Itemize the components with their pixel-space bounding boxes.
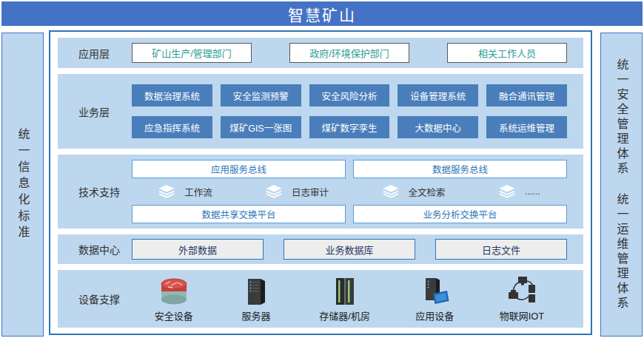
right-sidebar-label-security: 统一安全管理体系 (613, 58, 631, 177)
device-security: 安全设备 (155, 275, 193, 322)
application-box: 矿山生产/管理部门 (132, 43, 252, 63)
data-center-box: 外部数据 (132, 239, 264, 260)
layer-application: 应用层 矿山生产/管理部门 政府/环境保护部门 相关工作人员 (58, 38, 583, 68)
device-label: 安全设备 (155, 308, 193, 322)
device-label: 应用设备 (415, 308, 454, 322)
device-application: 应用设备 (415, 275, 454, 322)
main-panel: 应用层 矿山生产/管理部门 政府/环境保护部门 相关工作人员 业务层 数据治理系… (49, 30, 592, 335)
business-row-1: 数据治理系统 安全监测预警 安全风险分析 设备管理系统 融合通讯管理 (132, 84, 567, 107)
business-button: 数据治理系统 (132, 84, 212, 107)
application-box: 相关工作人员 (447, 43, 567, 63)
business-button: 煤矿数字孪生 (309, 116, 390, 138)
right-sidebar-label-ops: 统一运维管理体系 (613, 193, 631, 311)
business-button: 煤矿GIS一张图 (221, 116, 301, 138)
layer-data-center: 数据中心 外部数据 业务数据库 日志文件 (58, 234, 583, 264)
application-box: 政府/环境保护部门 (289, 43, 409, 63)
platform-box: 数据共享交换平台 (132, 205, 346, 223)
middleware-fulltext-search: 全文检索 (383, 185, 446, 199)
middleware-log-audit: 日志审计 (266, 185, 329, 199)
layer-label-application: 应用层 (58, 38, 132, 68)
data-center-box: 日志文件 (435, 239, 567, 260)
layer-equipment: 设备支撑 安全设备 (58, 270, 583, 328)
smart-mine-architecture-diagram: 智慧矿山 统一信息化标准 应用层 矿山生产/管理部门 政府/环境保护部门 相关工… (0, 0, 644, 338)
layers-icon (499, 185, 515, 198)
device-label: 存储器/机房 (319, 308, 370, 322)
layer-label-equipment: 设备支撑 (58, 270, 132, 328)
business-button: 安全风险分析 (309, 84, 390, 107)
data-center-box: 业务数据库 (284, 239, 415, 260)
application-device-icon (417, 275, 452, 308)
iot-network-icon (504, 275, 540, 308)
service-bus-box: 应用服务总线 (132, 160, 346, 178)
layer-business: 业务层 数据治理系统 安全监测预警 安全风险分析 设备管理系统 融合通讯管理 应… (58, 74, 583, 149)
middleware-workflow: 工作流 (158, 185, 212, 199)
service-bus-row: 应用服务总线 数据服务总线 (132, 160, 567, 178)
layers-icon (158, 185, 175, 198)
layer-tech-support: 技术支持 应用服务总线 数据服务总线 工作流 (58, 155, 583, 229)
layers-icon (266, 185, 282, 198)
left-sidebar-label: 统一信息化标准 (14, 128, 32, 242)
middleware-more: ...... (499, 185, 540, 198)
application-boxes: 矿山生产/管理部门 政府/环境保护部门 相关工作人员 (132, 38, 583, 68)
tech-content: 应用服务总线 数据服务总线 工作流 (132, 155, 583, 229)
middleware-row: 工作流 日志审计 (132, 185, 567, 199)
layer-label-tech: 技术支持 (58, 155, 132, 229)
middleware-label: 日志审计 (292, 185, 329, 199)
left-sidebar: 统一信息化标准 (1, 33, 44, 337)
storage-rack-icon (327, 275, 363, 308)
server-icon (238, 275, 274, 308)
device-server: 服务器 (238, 275, 274, 322)
equipment-items: 安全设备 服务器 (132, 270, 583, 328)
device-label: 物联网IOT (500, 308, 545, 322)
service-bus-box: 数据服务总线 (353, 160, 567, 178)
platform-box: 业务分析交换平台 (353, 205, 567, 223)
middleware-label: 工作流 (184, 185, 212, 199)
layers-icon (383, 185, 399, 198)
business-button: 融合通讯管理 (486, 84, 567, 107)
platform-row: 数据共享交换平台 业务分析交换平台 (132, 205, 567, 223)
device-label: 服务器 (241, 308, 270, 322)
business-button: 安全监测预警 (221, 84, 301, 107)
middleware-label: 全文检索 (409, 185, 446, 199)
layer-label-data-center: 数据中心 (58, 234, 132, 264)
data-center-boxes: 外部数据 业务数据库 日志文件 (132, 234, 583, 264)
middleware-label: ...... (525, 186, 540, 197)
business-button: 大数据中心 (398, 116, 478, 138)
business-button: 设备管理系统 (398, 84, 478, 107)
device-storage: 存储器/机房 (319, 275, 370, 322)
business-button: 系统运维管理 (486, 116, 567, 138)
security-device-icon (156, 275, 192, 308)
right-sidebar: 统一安全管理体系 统一运维管理体系 (600, 33, 643, 337)
business-row-2: 应急指挥系统 煤矿GIS一张图 煤矿数字孪生 大数据中心 系统运维管理 (132, 116, 567, 138)
device-iot: 物联网IOT (500, 275, 545, 322)
business-buttons: 数据治理系统 安全监测预警 安全风险分析 设备管理系统 融合通讯管理 应急指挥系… (132, 74, 583, 149)
page-title: 智慧矿山 (1, 1, 643, 26)
layer-label-business: 业务层 (58, 74, 132, 149)
business-button: 应急指挥系统 (132, 116, 212, 138)
